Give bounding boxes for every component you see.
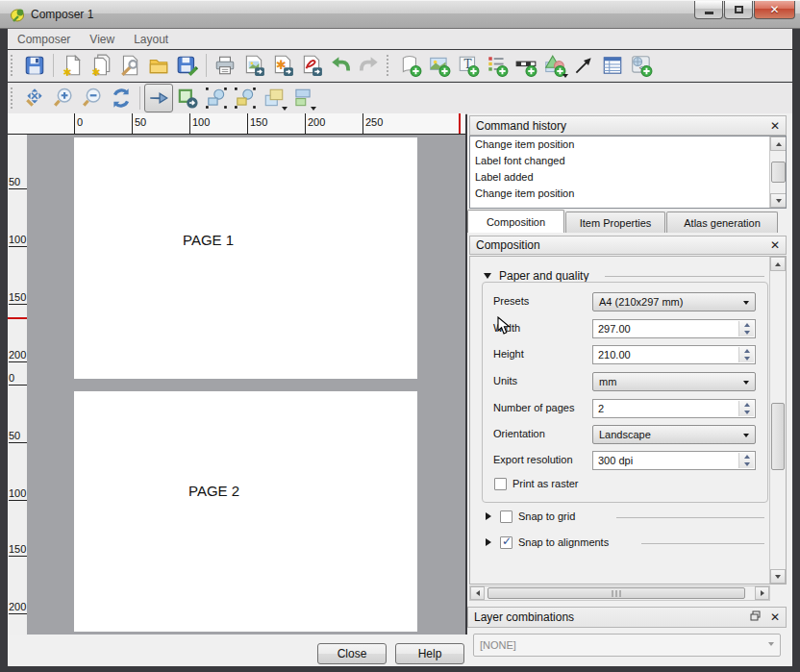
composer-manager-button[interactable]	[115, 51, 144, 80]
list-item[interactable]: Label added	[470, 169, 786, 186]
add-arrow-icon	[572, 54, 595, 77]
close-button[interactable]: Close	[317, 643, 387, 664]
composition-horizontal-scrollbar[interactable]	[469, 585, 770, 601]
align-items-button[interactable]	[288, 84, 317, 112]
scroll-down-button[interactable]	[770, 193, 787, 208]
help-button[interactable]: Help	[395, 643, 464, 664]
spin-buttons[interactable]	[738, 347, 754, 362]
add-map-icon	[399, 54, 422, 77]
list-item[interactable]: Change item position	[470, 186, 786, 202]
page-1[interactable]: PAGE 1	[74, 137, 417, 379]
export-svg-button[interactable]: ✱	[268, 51, 297, 80]
zoom-in-button[interactable]	[49, 84, 78, 112]
move-item-content-button[interactable]	[173, 84, 202, 112]
add-scalebar-button[interactable]	[512, 51, 540, 80]
command-history-list[interactable]: Change item position Label font changed …	[469, 136, 787, 209]
num-pages-spinbox[interactable]: 2	[592, 399, 756, 418]
print-button[interactable]	[211, 51, 239, 80]
command-history-scrollbar[interactable]	[769, 137, 786, 208]
scroll-up-button[interactable]	[770, 257, 786, 271]
add-shape-button[interactable]	[540, 51, 569, 80]
toolbar-grip[interactable]	[11, 55, 16, 76]
tab-item-properties[interactable]: Item Properties	[565, 212, 665, 233]
page-2-label[interactable]: PAGE 2	[188, 483, 239, 499]
collapse-triangle-icon[interactable]	[486, 512, 491, 520]
scroll-thumb[interactable]	[771, 162, 786, 183]
units-dropdown[interactable]: mm	[592, 372, 756, 391]
select-move-item-button[interactable]	[144, 84, 173, 112]
add-legend-button[interactable]	[483, 51, 512, 80]
export-pdf-button[interactable]	[297, 51, 326, 80]
title-bar[interactable]	[0, 0, 800, 29]
list-item[interactable]: Label font changed	[470, 153, 786, 169]
menu-layout[interactable]: Layout	[124, 33, 178, 46]
snap-to-alignments-checkbox[interactable]	[500, 536, 512, 549]
redo-button[interactable]	[355, 51, 384, 80]
spin-buttons[interactable]	[738, 321, 754, 336]
scroll-down-button[interactable]	[770, 569, 786, 584]
snap-to-grid-checkbox[interactable]	[500, 510, 512, 523]
chevron-down-icon	[743, 381, 749, 385]
paper-quality-group-title[interactable]: Paper and quality	[499, 269, 588, 283]
menu-view[interactable]: View	[80, 33, 124, 46]
zoom-out-button[interactable]	[78, 84, 107, 112]
add-map-button[interactable]	[396, 51, 425, 80]
tab-atlas-generation[interactable]: Atlas generation	[666, 212, 778, 233]
redo-icon	[358, 54, 381, 77]
arrow-left-icon	[476, 590, 480, 596]
close-window-button[interactable]: ✕	[754, 1, 795, 19]
composition-vertical-scrollbar[interactable]	[769, 257, 786, 584]
float-panel-icon[interactable]	[750, 610, 761, 624]
menu-composer[interactable]: Composer	[8, 33, 80, 46]
orientation-dropdown[interactable]: Landscape	[592, 425, 756, 444]
save-project-button[interactable]	[20, 51, 49, 80]
add-html-button[interactable]: </>	[627, 51, 656, 80]
refresh-button[interactable]	[107, 84, 136, 112]
collapse-triangle-icon[interactable]	[486, 538, 491, 546]
collapse-triangle-icon[interactable]	[484, 273, 491, 279]
new-composition-button[interactable]: ✱	[58, 51, 87, 80]
page-1-label[interactable]: PAGE 1	[183, 232, 234, 248]
tab-composition[interactable]: Composition	[467, 210, 564, 233]
composition-canvas[interactable]: PAGE 1 PAGE 2	[27, 135, 465, 635]
spin-buttons[interactable]	[738, 453, 754, 468]
layer-combinations-dropdown[interactable]: [NONE]	[473, 634, 781, 657]
close-panel-icon[interactable]: ✕	[770, 119, 780, 133]
open-template-button[interactable]	[144, 51, 173, 80]
save-template-button[interactable]	[173, 51, 202, 80]
snap-to-alignments-label[interactable]: Snap to alignments	[518, 536, 609, 548]
export-image-button[interactable]	[239, 51, 268, 80]
add-attribute-table-button[interactable]	[598, 51, 627, 80]
group-divider-line	[641, 543, 764, 544]
page-2[interactable]: PAGE 2	[74, 391, 417, 632]
scroll-thumb[interactable]	[771, 403, 785, 470]
add-image-button[interactable]	[425, 51, 454, 80]
width-spinbox[interactable]: 297.00	[592, 319, 756, 338]
export-resolution-spinbox[interactable]: 300 dpi	[592, 451, 756, 470]
undo-button[interactable]	[326, 51, 355, 80]
snap-to-grid-label[interactable]: Snap to grid	[518, 510, 575, 522]
duplicate-composition-button[interactable]: ✱	[87, 51, 115, 80]
height-spinbox[interactable]: 210.00	[592, 345, 756, 364]
print-as-raster-checkbox[interactable]	[494, 478, 507, 490]
add-label-button[interactable]: T	[454, 51, 483, 80]
scroll-right-button[interactable]	[755, 586, 769, 600]
minimize-button[interactable]	[694, 1, 723, 19]
list-item[interactable]: Change item position	[470, 137, 786, 153]
add-arrow-button[interactable]	[569, 51, 598, 80]
scroll-left-button[interactable]	[470, 586, 485, 600]
scroll-up-button[interactable]	[770, 137, 787, 151]
save-as-icon	[176, 54, 199, 77]
presets-dropdown[interactable]: A4 (210x297 mm)	[592, 292, 756, 311]
close-panel-icon[interactable]: ✕	[770, 610, 780, 624]
scroll-thumb[interactable]	[488, 587, 745, 599]
toolbar-grip[interactable]	[11, 87, 16, 109]
raise-items-button[interactable]	[260, 84, 288, 112]
close-panel-icon[interactable]: ✕	[770, 238, 780, 252]
toolbar-grip[interactable]	[387, 55, 392, 76]
maximize-button[interactable]	[724, 1, 753, 19]
zoom-full-button[interactable]	[20, 84, 49, 112]
ungroup-items-button[interactable]	[231, 84, 260, 112]
group-items-button[interactable]	[202, 84, 231, 112]
spin-buttons[interactable]	[738, 401, 754, 416]
